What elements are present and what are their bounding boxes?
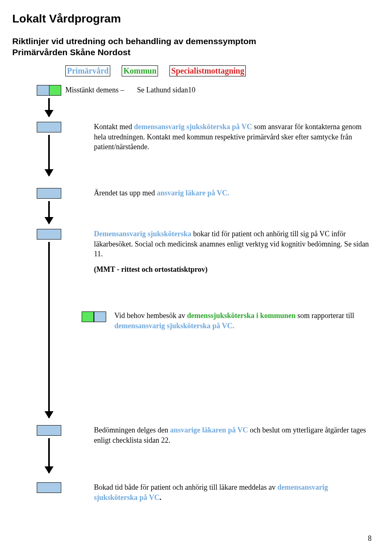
text: Se Lathund sidan10 bbox=[137, 86, 196, 94]
text: som rapporterar till bbox=[296, 311, 354, 320]
step-text: Bedömningen delges den ansvarige läkaren… bbox=[94, 425, 372, 445]
text: . bbox=[160, 493, 162, 502]
step-text: Vid behov hembesök av demenssjukskötersk… bbox=[114, 311, 372, 331]
text: Bedömningen delges den bbox=[94, 426, 170, 434]
text: Misstänkt demens – bbox=[65, 86, 126, 94]
arrow-down-icon bbox=[48, 438, 50, 473]
legend-primarvard: Primärvård bbox=[65, 65, 110, 76]
highlight-kommun: demenssjuksköterska i kommunen bbox=[187, 311, 296, 320]
flow-box-blue-icon bbox=[94, 311, 106, 322]
arrow-down-icon bbox=[48, 242, 50, 418]
highlight-primarvard: Demensansvarig sjuksköterska bbox=[94, 230, 192, 238]
flow-box-icon bbox=[49, 85, 61, 96]
legend-row: Primärvård Kommun Specialistmottagning bbox=[65, 65, 372, 76]
step-text: Ärendet tas upp med ansvarig läkare på V… bbox=[94, 188, 372, 198]
highlight-primarvard: demensansvarig sjuksköterska på VC bbox=[134, 123, 252, 131]
flow-box-icon bbox=[37, 122, 61, 132]
flow-box-icon bbox=[37, 229, 61, 240]
step-text: Bokad tid både för patient och anhörig t… bbox=[94, 482, 372, 502]
highlight-primarvard: ansvarig läkare på VC. bbox=[157, 189, 229, 197]
page-title: Lokalt Vårdprogram bbox=[12, 12, 372, 25]
text-bold: (MMT - rittest och ortostatisktprov) bbox=[94, 265, 207, 273]
page-number: 8 bbox=[368, 534, 372, 543]
flow-box-icon bbox=[37, 425, 61, 436]
text: Kontakt med bbox=[94, 123, 134, 131]
text: Vid behov hembesök av bbox=[114, 311, 187, 320]
subtitle-line-1: Riktlinjer vid utredning och behandling … bbox=[12, 36, 372, 47]
step-text: Kontakt med demensansvarig sjuksköterska… bbox=[94, 122, 372, 152]
flow-box-green-icon bbox=[82, 311, 94, 322]
subtitle-line-2: Primärvården Skåne Nordost bbox=[12, 47, 372, 57]
highlight-primarvard: ansvarige läkaren på VC bbox=[170, 426, 248, 434]
flow-box-icon bbox=[37, 482, 61, 493]
text: Ärendet tas upp med bbox=[94, 189, 157, 197]
step-text: Misstänkt demens – Se Lathund sidan10 bbox=[65, 85, 195, 95]
step-text: Demensansvarig sjuksköterska bokar tid f… bbox=[94, 229, 372, 274]
step-nested: Vid behov hembesök av demenssjukskötersk… bbox=[110, 311, 372, 331]
flow-box-pair-icon bbox=[82, 311, 106, 322]
arrow-down-icon bbox=[48, 135, 50, 176]
flow-box-icon bbox=[37, 188, 61, 199]
highlight-primarvard: demensansvarig sjuksköterska på VC. bbox=[114, 322, 234, 330]
text: Bokad tid både för patient och anhörig t… bbox=[94, 483, 277, 491]
arrow-down-icon bbox=[48, 98, 50, 116]
legend-kommun: Kommun bbox=[122, 65, 158, 76]
arrow-down-icon bbox=[48, 201, 50, 224]
flow-container: Primärvård Kommun Specialistmottagning M… bbox=[37, 65, 372, 76]
legend-specialist: Specialistmottagning bbox=[169, 65, 246, 76]
